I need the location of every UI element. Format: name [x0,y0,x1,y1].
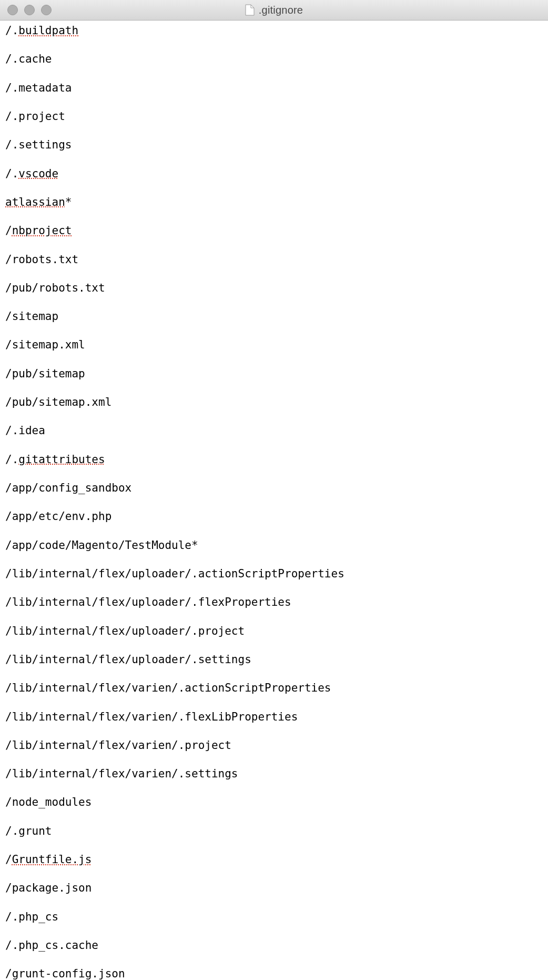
window-title: .gitignore [0,4,548,16]
editor-line[interactable]: /lib/internal/flex/varien/.settings [5,767,543,781]
editor-line[interactable]: /.idea [5,424,543,438]
editor-line[interactable]: /robots.txt [5,253,543,267]
editor-line[interactable]: /lib/internal/flex/uploader/.flexPropert… [5,595,543,609]
close-button[interactable] [7,5,18,15]
traffic-lights [7,5,52,15]
editor-line[interactable]: /pub/sitemap.xml [5,395,543,409]
editor-line[interactable]: /node_modules [5,795,543,809]
editor-window: .gitignore /.buildpath /.cache /.metadat… [0,0,548,980]
editor-line[interactable]: /.grunt [5,824,543,838]
window-titlebar[interactable]: .gitignore [0,0,548,21]
text-editor-area[interactable]: /.buildpath /.cache /.metadata /.project… [0,21,548,980]
editor-line[interactable]: /.vscode [5,167,543,181]
editor-line[interactable]: /.gitattributes [5,453,543,467]
editor-line[interactable]: /nbproject [5,224,543,238]
editor-line[interactable]: /app/etc/env.php [5,509,543,524]
editor-line[interactable]: /package.json [5,881,543,895]
editor-line[interactable]: /lib/internal/flex/varien/.flexLibProper… [5,710,543,724]
editor-line[interactable]: /.metadata [5,81,543,95]
document-icon [245,4,255,16]
editor-line[interactable]: /.cache [5,52,543,66]
editor-line[interactable]: /.project [5,109,543,124]
editor-line[interactable]: /lib/internal/flex/uploader/.project [5,624,543,638]
editor-line[interactable]: /Gruntfile.js [5,853,543,867]
editor-line[interactable]: /.php_cs [5,910,543,924]
editor-line[interactable]: /.buildpath [5,24,543,38]
editor-line[interactable]: /pub/sitemap [5,367,543,381]
editor-line[interactable]: /sitemap.xml [5,338,543,352]
editor-line[interactable]: /lib/internal/flex/varien/.project [5,738,543,753]
editor-line[interactable]: /.php_cs.cache [5,938,543,953]
window-title-text: .gitignore [259,4,303,16]
editor-line[interactable]: /sitemap [5,309,543,324]
editor-line[interactable]: /lib/internal/flex/uploader/.settings [5,653,543,667]
minimize-button[interactable] [24,5,35,15]
editor-line[interactable]: /lib/internal/flex/uploader/.actionScrip… [5,567,543,581]
editor-line[interactable]: atlassian* [5,195,543,209]
editor-line[interactable]: /.settings [5,138,543,152]
editor-line[interactable]: /grunt-config.json [5,967,543,980]
zoom-button[interactable] [41,5,52,15]
editor-line[interactable]: /pub/robots.txt [5,281,543,295]
editor-line[interactable]: /app/config_sandbox [5,481,543,495]
editor-line[interactable]: /app/code/Magento/TestModule* [5,538,543,553]
editor-line[interactable]: /lib/internal/flex/varien/.actionScriptP… [5,681,543,695]
